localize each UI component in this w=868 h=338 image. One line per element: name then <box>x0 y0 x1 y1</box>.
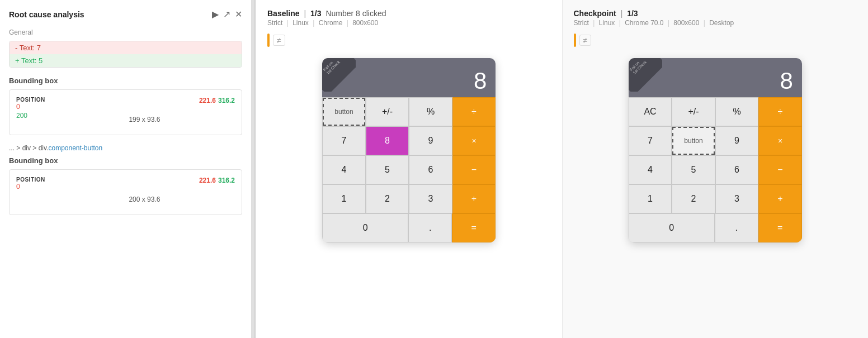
checkpoint-btn-9[interactable]: 9 <box>715 126 759 155</box>
checkpoint-btn-2[interactable]: 2 <box>672 184 715 213</box>
baseline-btn-minus[interactable]: − <box>452 155 496 184</box>
diff-minus: - Text: 7 <box>10 41 242 54</box>
bbox-card-2: POSITION 0 221.6 316.2 200 x 93.6 <box>9 169 242 215</box>
checkpoint-corner-label: Fail on1st Check <box>629 58 648 75</box>
bbox-size-2: 221.6 316.2 200 x 93.6 <box>45 177 235 203</box>
coord-x-2: 0 <box>16 183 20 191</box>
close-icon[interactable]: ✕ <box>235 9 242 20</box>
checkpoint-counter: 1/3 <box>627 9 638 18</box>
baseline-header: Baseline | 1/3 Number 8 clicked Strict |… <box>267 9 551 27</box>
baseline-btn-6[interactable]: 6 <box>409 155 452 184</box>
checkpoint-btn-equals[interactable]: = <box>758 213 802 242</box>
baseline-calc-wrapper: Fail on1st Check 8 button +/- % ÷ 7 <box>267 58 551 242</box>
panel-divider <box>252 0 256 338</box>
bbox-title-1: Bounding box <box>9 77 242 85</box>
checkpoint-btn-multiply[interactable]: × <box>758 126 802 155</box>
baseline-btn-multiply[interactable]: × <box>452 126 496 155</box>
baseline-btn-0[interactable]: 0 <box>322 213 408 242</box>
bounding-box-section-2: Bounding box POSITION 0 221.6 316.2 200 … <box>9 156 242 215</box>
breadcrumb: ... > div > div.component-button <box>9 144 242 152</box>
checkpoint-btn-button[interactable]: button <box>672 126 715 155</box>
checkpoint-mode: Strict <box>574 19 589 27</box>
neq-symbol-cp: ≠ <box>579 35 592 46</box>
baseline-panel: Baseline | 1/3 Number 8 clicked Strict |… <box>256 0 563 338</box>
baseline-os: Linux <box>293 19 309 27</box>
checkpoint-diff-indicator: ≠ <box>574 34 857 47</box>
checkpoint-row-1: AC +/- % ÷ <box>629 97 802 126</box>
checkpoint-btn-minus[interactable]: − <box>758 155 802 184</box>
checkpoint-row-2: 7 button 9 × <box>629 126 802 155</box>
checkpoint-platform: Desktop <box>709 19 734 27</box>
breadcrumb-text: ... > div > div. <box>9 144 48 152</box>
baseline-corner-label: Fail on1st Check <box>323 58 342 75</box>
baseline-title: Baseline | 1/3 Number 8 clicked <box>267 9 551 18</box>
coord-x-1: 0 <box>16 103 20 111</box>
checkpoint-row-5: 0 . = <box>629 213 802 242</box>
baseline-btn-7[interactable]: 7 <box>322 126 366 155</box>
bounding-box-section-1: Bounding box POSITION 0 200 221.6 316.2 … <box>9 77 242 135</box>
checkpoint-panel: Checkpoint | 1/3 Strict | Linux | Chrome… <box>563 0 869 338</box>
checkpoint-btn-3[interactable]: 3 <box>715 184 759 213</box>
pos-x-1: 221.6 <box>199 97 216 104</box>
size-value-1: 199 x 93.6 <box>54 116 235 123</box>
checkpoint-btn-5[interactable]: 5 <box>672 155 715 184</box>
checkpoint-btn-4[interactable]: 4 <box>629 155 672 184</box>
checkpoint-btn-divide[interactable]: ÷ <box>758 97 802 126</box>
checkpoint-display: Fail on1st Check 8 <box>629 58 802 97</box>
baseline-btn-4[interactable]: 4 <box>322 155 366 184</box>
bbox-size-1: 221.6 316.2 199 x 93.6 <box>45 97 235 123</box>
baseline-btn-8[interactable]: 8 <box>366 126 409 155</box>
baseline-btn-1[interactable]: 1 <box>322 184 366 213</box>
baseline-btn-9[interactable]: 9 <box>409 126 452 155</box>
bbox-top-row-1: POSITION 0 200 221.6 316.2 199 x 93.6 <box>16 97 235 123</box>
checkpoint-os: Linux <box>599 19 615 27</box>
share-icon[interactable]: ↗ <box>223 9 230 20</box>
checkpoint-buttons: AC +/- % ÷ 7 button 9 × 4 <box>629 97 802 242</box>
baseline-btn-plusminus[interactable]: +/- <box>366 97 409 126</box>
baseline-row-2: 7 8 9 × <box>322 126 496 155</box>
baseline-resolution: 800x600 <box>352 19 378 27</box>
panel-header: Root cause analysis ▶ ↗ ✕ <box>9 9 242 20</box>
baseline-btn-equals[interactable]: = <box>452 213 496 242</box>
baseline-event: Number 8 clicked <box>326 9 386 18</box>
checkpoint-btn-7[interactable]: 7 <box>629 126 672 155</box>
position-label-1: POSITION <box>16 97 45 103</box>
component-link[interactable]: component-button <box>48 144 102 152</box>
bbox-title-2: Bounding box <box>9 156 242 165</box>
checkpoint-btn-1[interactable]: 1 <box>629 184 672 213</box>
checkpoint-title: Checkpoint | 1/3 <box>574 9 857 18</box>
diff-bar <box>267 34 270 47</box>
baseline-btn-5[interactable]: 5 <box>366 155 409 184</box>
baseline-display: Fail on1st Check 8 <box>322 58 496 97</box>
baseline-btn-percent[interactable]: % <box>409 97 452 126</box>
checkpoint-btn-6[interactable]: 6 <box>715 155 759 184</box>
baseline-browser: Chrome <box>319 19 343 27</box>
baseline-row-4: 1 2 3 + <box>322 184 496 213</box>
baseline-btn-2[interactable]: 2 <box>366 184 409 213</box>
checkpoint-btn-plusminus[interactable]: +/- <box>672 97 715 126</box>
baseline-btn-divide[interactable]: ÷ <box>452 97 496 126</box>
panel-header-icons: ▶ ↗ ✕ <box>212 9 242 20</box>
baseline-title-text: Baseline <box>267 9 300 18</box>
checkpoint-btn-dot[interactable]: . <box>715 213 758 242</box>
main-content: Baseline | 1/3 Number 8 clicked Strict |… <box>256 0 868 338</box>
pos-y-2: 316.2 <box>218 177 235 184</box>
diff-block: - Text: 7 + Text: 5 <box>9 41 242 68</box>
baseline-calculator: Fail on1st Check 8 button +/- % ÷ 7 <box>322 58 496 242</box>
checkpoint-row-4: 1 2 3 + <box>629 184 802 213</box>
checkpoint-btn-percent[interactable]: % <box>715 97 759 126</box>
baseline-row-1: button +/- % ÷ <box>322 97 496 126</box>
checkpoint-btn-0[interactable]: 0 <box>629 213 715 242</box>
pos-x-2: 221.6 <box>199 177 216 184</box>
cursor-icon[interactable]: ▶ <box>212 9 219 20</box>
checkpoint-btn-plus[interactable]: + <box>758 184 802 213</box>
general-section-label: General <box>9 28 242 36</box>
baseline-btn-3[interactable]: 3 <box>409 184 452 213</box>
baseline-btn-dot[interactable]: . <box>408 213 452 242</box>
baseline-btn-plus[interactable]: + <box>452 184 496 213</box>
checkpoint-title-text: Checkpoint <box>574 9 616 18</box>
checkpoint-btn-ac[interactable]: AC <box>629 97 672 126</box>
position-label-2: POSITION <box>16 177 45 183</box>
baseline-counter: 1/3 <box>310 9 321 18</box>
baseline-btn-button[interactable]: button <box>322 97 366 126</box>
